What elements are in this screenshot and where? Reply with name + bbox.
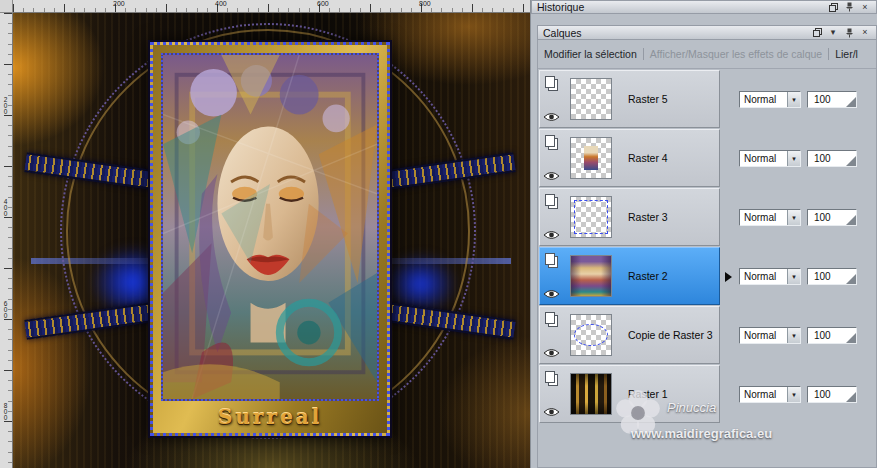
blend-mode-select[interactable]: Normal ▾	[739, 386, 801, 403]
opacity-value: 100	[814, 153, 831, 164]
toolbar-separator	[828, 48, 829, 60]
opacity-slider-handle[interactable]	[846, 97, 856, 107]
blend-mode-value: Normal	[740, 328, 787, 343]
surreal-portrait-artwork	[161, 53, 379, 401]
layer-row[interactable]: Raster 4 Normal ▾ 100	[538, 129, 876, 188]
chevron-down-icon[interactable]: ▾	[787, 269, 800, 284]
chevron-down-icon[interactable]: ▾	[787, 210, 800, 225]
layer-name: Raster 5	[628, 71, 668, 127]
opacity-control[interactable]: 100	[807, 209, 857, 226]
opacity-value: 100	[814, 94, 831, 105]
modify-selection-button[interactable]: Modifier la sélection	[544, 48, 637, 60]
float-panel-icon[interactable]	[811, 27, 823, 38]
layer-thumbnail[interactable]	[570, 78, 612, 120]
layer-type-icon	[545, 253, 555, 265]
layers-panel-title: Calques	[543, 27, 582, 39]
blend-mode-select[interactable]: Normal ▾	[739, 150, 801, 167]
ruler-label: 400	[215, 0, 227, 7]
blend-mode-select[interactable]: Normal ▾	[739, 327, 801, 344]
layer-row[interactable]: Raster 5 Normal ▾ 100	[538, 70, 876, 129]
opacity-control[interactable]: 100	[807, 150, 857, 167]
link-layers-button[interactable]: Lier/l	[835, 48, 858, 60]
ruler-label: 400	[2, 199, 9, 217]
visibility-eye-icon[interactable]	[543, 227, 560, 239]
layer-row-main-selected[interactable]: Raster 2	[539, 247, 720, 305]
layer-name: Raster 3	[628, 189, 668, 245]
opacity-value: 100	[814, 389, 831, 400]
layer-row-main[interactable]: Raster 3	[539, 188, 720, 246]
visibility-eye-icon[interactable]	[543, 109, 560, 121]
layer-thumbnail[interactable]	[570, 255, 612, 297]
opacity-slider-handle[interactable]	[846, 156, 856, 166]
opacity-control[interactable]: 100	[807, 327, 857, 344]
opacity-slider-handle[interactable]	[846, 333, 856, 343]
image-canvas[interactable]: Surreal	[13, 13, 530, 468]
chevron-down-icon[interactable]: ▾	[787, 328, 800, 343]
blend-mode-value: Normal	[740, 210, 787, 225]
opacity-slider-handle[interactable]	[846, 215, 856, 225]
layer-name: Raster 1	[628, 366, 668, 422]
layer-thumbnail[interactable]	[570, 314, 612, 356]
opacity-control[interactable]: 100	[807, 386, 857, 403]
float-panel-icon[interactable]	[827, 2, 839, 13]
layer-name: Copie de Raster 3	[628, 307, 713, 363]
layer-row[interactable]: Copie de Raster 3 Normal ▾ 100	[538, 306, 876, 365]
close-icon[interactable]: ×	[859, 27, 871, 38]
ruler-label: 200	[113, 0, 125, 7]
ruler-corner	[0, 0, 13, 13]
layer-row-main[interactable]: Raster 5	[539, 70, 720, 128]
blend-mode-select[interactable]: Normal ▾	[739, 268, 801, 285]
layer-name: Raster 4	[628, 130, 668, 186]
layer-row-main[interactable]: Raster 1	[539, 365, 720, 423]
layers-list: Raster 5 Normal ▾ 100	[538, 70, 876, 424]
chevron-down-icon[interactable]: ▾	[787, 92, 800, 107]
layer-row[interactable]: Raster 1 Normal ▾ 100	[538, 365, 876, 424]
blend-mode-value: Normal	[740, 387, 787, 402]
blend-mode-value: Normal	[740, 151, 787, 166]
toolbar-separator	[643, 48, 644, 60]
blend-mode-select[interactable]: Normal ▾	[739, 209, 801, 226]
artwork-frame: Surreal	[150, 42, 390, 436]
pin-icon[interactable]	[843, 2, 855, 13]
layers-panel-body: Modifier la sélection Afficher/Masquer l…	[537, 40, 877, 468]
history-panel-header[interactable]: Historique ×	[531, 0, 877, 14]
visibility-eye-icon[interactable]	[543, 404, 560, 416]
vertical-ruler: 200 400 600 800	[0, 13, 13, 468]
layer-thumbnail[interactable]	[570, 373, 612, 415]
layers-toolbar: Modifier la sélection Afficher/Masquer l…	[538, 40, 876, 69]
ruler-label: 600	[317, 0, 329, 7]
chevron-down-icon[interactable]: ▾	[827, 27, 839, 38]
layer-thumbnail[interactable]	[570, 196, 612, 238]
ruler-label: 600	[2, 301, 9, 319]
layer-type-icon	[545, 194, 555, 206]
layer-row[interactable]: Raster 2 Normal ▾ 100	[538, 247, 876, 306]
layer-row-main[interactable]: Raster 4	[539, 129, 720, 187]
opacity-slider-handle[interactable]	[846, 274, 856, 284]
layer-thumbnail[interactable]	[570, 137, 612, 179]
visibility-eye-icon[interactable]	[543, 345, 560, 357]
opacity-control[interactable]: 100	[807, 91, 857, 108]
layer-type-icon	[545, 312, 555, 324]
abstract-face-illustration	[163, 55, 377, 399]
visibility-eye-icon[interactable]	[543, 286, 560, 298]
toggle-layer-effects-button[interactable]: Afficher/Masquer les effets de calque	[650, 48, 822, 60]
close-icon[interactable]: ×	[859, 2, 871, 13]
pin-icon[interactable]	[843, 27, 855, 38]
layer-type-icon	[545, 135, 555, 147]
visibility-eye-icon[interactable]	[543, 168, 560, 180]
right-panel-area: Historique × Calques ▾	[530, 0, 877, 468]
chevron-down-icon[interactable]: ▾	[787, 151, 800, 166]
layers-panel-header[interactable]: Calques ▾ ×	[537, 25, 877, 40]
ruler-label: 200	[2, 97, 9, 115]
blend-mode-select[interactable]: Normal ▾	[739, 91, 801, 108]
layer-row[interactable]: Raster 3 Normal ▾ 100	[538, 188, 876, 247]
layer-row-main[interactable]: Copie de Raster 3	[539, 306, 720, 364]
ruler-label: 800	[2, 403, 9, 421]
blend-mode-value: Normal	[740, 92, 787, 107]
selected-layer-arrow[interactable]	[725, 272, 732, 282]
chevron-down-icon[interactable]: ▾	[787, 387, 800, 402]
opacity-control[interactable]: 100	[807, 268, 857, 285]
opacity-value: 100	[814, 212, 831, 223]
opacity-slider-handle[interactable]	[846, 392, 856, 402]
ruler-label: 800	[419, 0, 431, 7]
